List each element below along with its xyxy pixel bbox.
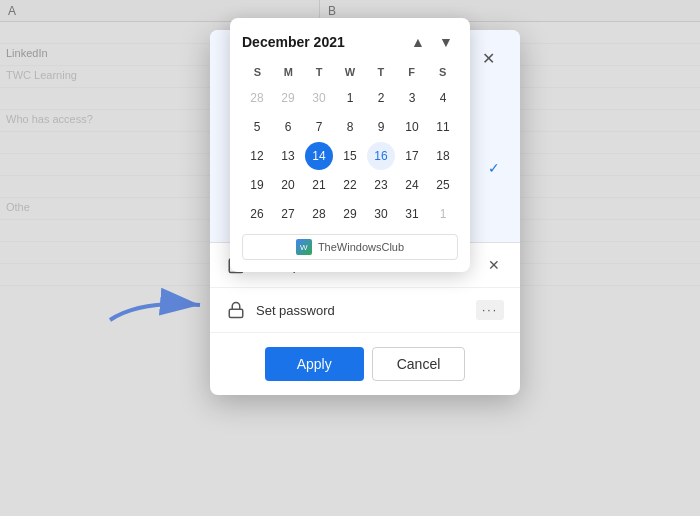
cal-day-28-prev[interactable]: 28 (243, 84, 271, 112)
cal-day-25[interactable]: 25 (429, 171, 457, 199)
cal-day-30[interactable]: 30 (367, 200, 395, 228)
cal-day-10[interactable]: 10 (398, 113, 426, 141)
cal-day-6[interactable]: 6 (274, 113, 302, 141)
cal-day-16-today[interactable]: 16 (367, 142, 395, 170)
cal-day-29-prev[interactable]: 29 (274, 84, 302, 112)
cancel-button[interactable]: Cancel (372, 347, 466, 381)
lock-icon (226, 300, 246, 320)
expiration-close-button[interactable]: ✕ (484, 255, 504, 275)
cal-day-30-prev[interactable]: 30 (305, 84, 333, 112)
cal-day-1[interactable]: 1 (336, 84, 364, 112)
watermark-logo-icon: W (296, 239, 312, 255)
password-row: Set password ··· (210, 288, 520, 333)
calendar-navigation: ▲ ▼ (406, 30, 458, 54)
day-name-sat: S (427, 64, 458, 80)
cal-day-11[interactable]: 11 (429, 113, 457, 141)
cal-day-23[interactable]: 23 (367, 171, 395, 199)
cal-day-9[interactable]: 9 (367, 113, 395, 141)
cal-day-4[interactable]: 4 (429, 84, 457, 112)
apply-button[interactable]: Apply (265, 347, 364, 381)
calendar-month-year: December 2021 (242, 34, 345, 50)
calendar-header: December 2021 ▲ ▼ (242, 30, 458, 54)
cal-day-15[interactable]: 15 (336, 142, 364, 170)
cal-day-14-selected[interactable]: 14 (305, 142, 333, 170)
day-name-mon: M (273, 64, 304, 80)
day-name-wed: W (335, 64, 366, 80)
day-name-tue: T (304, 64, 335, 80)
cal-day-26[interactable]: 26 (243, 200, 271, 228)
calendar-prev-button[interactable]: ▲ (406, 30, 430, 54)
cal-day-8[interactable]: 8 (336, 113, 364, 141)
cal-day-18[interactable]: 18 (429, 142, 457, 170)
cal-day-28[interactable]: 28 (305, 200, 333, 228)
dialog-actions: Apply Cancel (210, 333, 520, 395)
cal-day-19[interactable]: 19 (243, 171, 271, 199)
cal-day-3[interactable]: 3 (398, 84, 426, 112)
dialog-close-button[interactable]: ✕ (476, 46, 500, 70)
password-dots-button[interactable]: ··· (476, 300, 504, 320)
cal-day-22[interactable]: 22 (336, 171, 364, 199)
cal-day-27[interactable]: 27 (274, 200, 302, 228)
password-label: Set password (256, 303, 466, 318)
watermark-text: TheWindowsClub (318, 241, 404, 253)
cal-day-7[interactable]: 7 (305, 113, 333, 141)
day-name-thu: T (365, 64, 396, 80)
calendar-popup: December 2021 ▲ ▼ S M T W T F S 28 29 30… (230, 18, 470, 272)
calendar-next-button[interactable]: ▼ (434, 30, 458, 54)
calendar-watermark: W TheWindowsClub (242, 234, 458, 260)
cal-day-29[interactable]: 29 (336, 200, 364, 228)
cal-day-17[interactable]: 17 (398, 142, 426, 170)
cal-day-13[interactable]: 13 (274, 142, 302, 170)
calendar-day-names: S M T W T F S (242, 64, 458, 80)
svg-rect-5 (229, 309, 243, 317)
day-name-fri: F (396, 64, 427, 80)
cal-day-31[interactable]: 31 (398, 200, 426, 228)
cal-day-12[interactable]: 12 (243, 142, 271, 170)
cal-day-1-next[interactable]: 1 (429, 200, 457, 228)
calendar-grid: S M T W T F S 28 29 30 1 2 3 4 5 6 7 8 9… (242, 64, 458, 228)
calendar-days: 28 29 30 1 2 3 4 5 6 7 8 9 10 11 12 13 1… (242, 84, 458, 228)
dialog-close-icon: ✕ (482, 49, 495, 68)
cal-day-2[interactable]: 2 (367, 84, 395, 112)
cal-day-21[interactable]: 21 (305, 171, 333, 199)
day-name-sun: S (242, 64, 273, 80)
cal-day-5[interactable]: 5 (243, 113, 271, 141)
cal-day-20[interactable]: 20 (274, 171, 302, 199)
expiration-close-icon: ✕ (488, 257, 500, 273)
password-dots-icon: ··· (482, 303, 498, 317)
access-checkmark-icon: ✓ (488, 160, 500, 176)
cal-day-24[interactable]: 24 (398, 171, 426, 199)
